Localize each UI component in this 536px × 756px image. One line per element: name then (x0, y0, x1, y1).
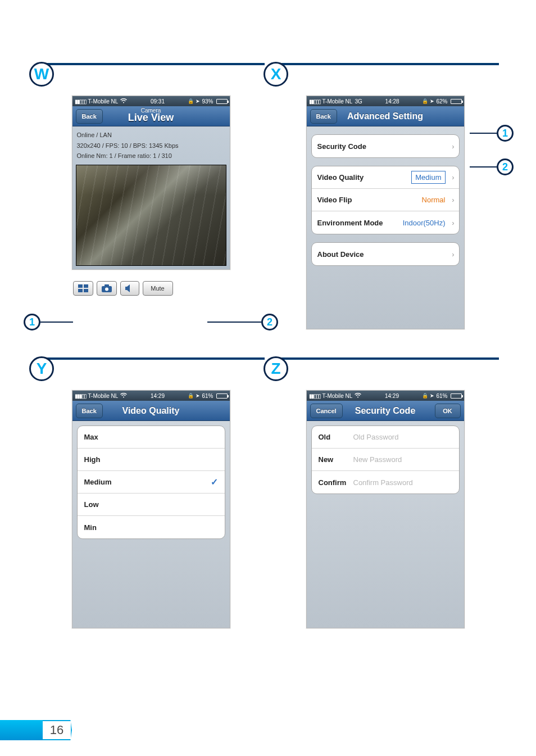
carrier-label: T-Mobile NL (88, 393, 119, 399)
battery-icon (216, 393, 228, 399)
row-value: Medium (411, 171, 445, 184)
status-bar: ▮▮▯▯▯ T-Mobile NL 14:29 🔒 ➤ 61% (307, 391, 464, 401)
field-placeholder: Confirm Password (353, 478, 413, 487)
live-video-frame[interactable] (76, 165, 226, 266)
svg-rect-1 (84, 284, 88, 288)
callout-line (470, 166, 498, 168)
option-label: Low (84, 500, 99, 509)
status-time: 14:29 (129, 393, 185, 399)
option-low[interactable]: Low (78, 494, 225, 516)
svg-point-6 (105, 288, 108, 291)
row-environment-mode[interactable]: Environment Mode Indoor(50Hz) › (312, 211, 459, 234)
option-label: Medium (84, 478, 112, 486)
page-footer: 16 (0, 720, 72, 740)
callout-w2: 2 (261, 314, 278, 331)
chevron-right-icon: › (452, 219, 454, 227)
section-label-w: W (29, 62, 54, 87)
svg-rect-3 (84, 289, 88, 292)
network-label: 3G (355, 98, 362, 105)
field-placeholder: New Password (353, 455, 402, 464)
status-bar: ▮▮▯▯▯ T-Mobile NL 09:31 🔒 ➤ 93% (72, 96, 230, 106)
lock-icon: 🔒 (422, 98, 428, 104)
row-label: Video Flip (317, 196, 352, 204)
nav-bar: Security Code Cancel OK (307, 401, 464, 421)
nav-title: Security Code (355, 406, 416, 416)
page-number: 16 (43, 720, 72, 740)
field-label: New (319, 455, 353, 464)
wifi-icon (120, 393, 127, 399)
footer-accent-bar (0, 720, 43, 740)
row-video-flip[interactable]: Video Flip Normal › (312, 189, 459, 211)
location-icon: ➤ (430, 393, 434, 399)
back-button[interactable]: Back (76, 404, 103, 418)
lock-icon: 🔒 (422, 393, 428, 399)
section-divider (37, 357, 265, 360)
location-icon: ➤ (430, 98, 434, 104)
row-about-device[interactable]: About Device › (312, 243, 459, 265)
lock-icon: 🔒 (188, 393, 194, 399)
row-label: Video Quality (317, 173, 364, 182)
row-video-quality[interactable]: Video Quality Medium › (312, 166, 459, 189)
option-label: Max (84, 433, 98, 441)
mute-button[interactable]: Mute (143, 281, 173, 296)
field-label: Old (319, 433, 353, 441)
snapshot-button[interactable] (97, 281, 117, 296)
row-label: Environment Mode (317, 219, 383, 227)
wifi-icon (120, 98, 127, 105)
row-security-code[interactable]: Security Code › (312, 135, 459, 157)
screenshot-z: ▮▮▯▯▯ T-Mobile NL 14:29 🔒 ➤ 61% Security… (306, 390, 465, 628)
signal-icon: ▮▮▯▯▯ (309, 98, 320, 105)
svg-rect-5 (105, 284, 109, 287)
carrier-label: T-Mobile NL (322, 98, 353, 105)
field-old-password[interactable]: Old Old Password (312, 426, 459, 449)
row-label: Security Code (317, 142, 366, 151)
nav-title: Advanced Setting (347, 111, 423, 121)
screenshot-x: ▮▮▯▯▯ T-Mobile NL 3G 14:28 🔒 ➤ 62% Advan… (306, 96, 465, 329)
callout-line (470, 133, 498, 134)
battery-icon (451, 393, 462, 399)
section-divider (271, 357, 499, 360)
option-high[interactable]: High (78, 449, 225, 471)
callout-x1: 1 (497, 125, 514, 142)
field-confirm-password[interactable]: Confirm Confirm Password (312, 471, 459, 494)
svg-rect-0 (78, 284, 83, 288)
nav-title: Video Quality (122, 406, 180, 416)
speaker-button[interactable] (120, 281, 139, 296)
ok-button[interactable]: OK (435, 404, 461, 418)
stream-info: Online / LAN 320x240 / FPS: 10 / BPS: 13… (76, 128, 226, 165)
battery-pct: 61% (436, 393, 447, 399)
signal-icon: ▮▮▮▯▯ (75, 393, 86, 399)
back-button[interactable]: Back (76, 109, 103, 124)
svg-rect-2 (78, 289, 83, 292)
battery-pct: 61% (202, 393, 213, 399)
battery-pct: 62% (436, 98, 447, 105)
option-label: High (84, 455, 101, 464)
callout-w1: 1 (24, 314, 40, 331)
layout-toggle-button[interactable] (73, 281, 93, 296)
check-icon: ✓ (211, 477, 218, 487)
option-max[interactable]: Max (78, 426, 225, 449)
info-line-2: 320x240 / FPS: 10 / BPS: 1345 Kbps (77, 141, 226, 151)
option-medium[interactable]: Medium✓ (78, 471, 225, 494)
battery-icon (216, 99, 228, 104)
signal-icon: ▮▮▯▯▯ (309, 393, 320, 399)
field-label: Confirm (319, 478, 353, 487)
carrier-label: T-Mobile NL (322, 393, 353, 399)
carrier-label: T-Mobile NL (88, 98, 119, 105)
status-time: 09:31 (129, 98, 185, 105)
section-divider (37, 63, 265, 65)
chevron-right-icon: › (452, 142, 454, 151)
status-time: 14:28 (365, 98, 420, 105)
status-bar: ▮▮▯▯▯ T-Mobile NL 3G 14:28 🔒 ➤ 62% (307, 96, 464, 106)
option-min[interactable]: Min (78, 516, 225, 538)
battery-icon (451, 99, 462, 104)
wifi-icon (355, 393, 361, 399)
back-button[interactable]: Back (310, 109, 337, 124)
info-line-3: Online Nm: 1 / Frame ratio: 1 / 310 (77, 151, 226, 161)
cancel-button[interactable]: Cancel (310, 404, 343, 418)
status-time: 14:29 (364, 393, 420, 399)
nav-bar: Advanced Setting Back (307, 106, 464, 126)
battery-pct: 93% (202, 98, 213, 105)
field-new-password[interactable]: New New Password (312, 449, 459, 471)
signal-icon: ▮▮▯▯▯ (75, 98, 86, 105)
